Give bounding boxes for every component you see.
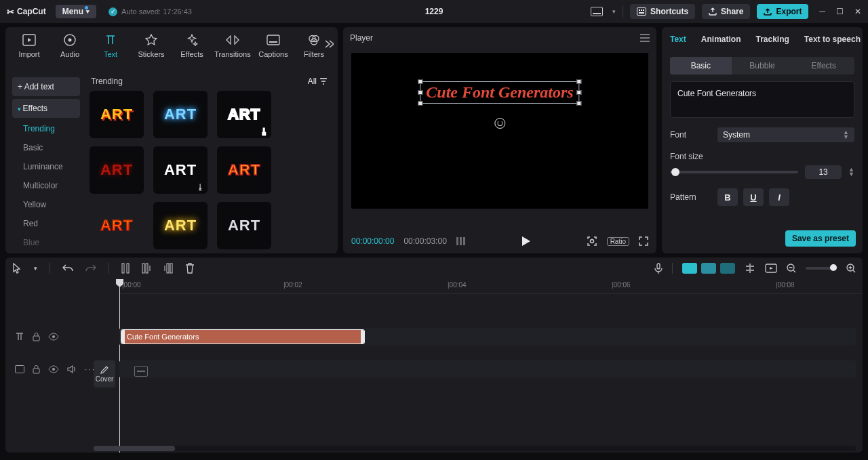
text-effect-thumb[interactable]: ART xyxy=(217,202,271,249)
close-button[interactable]: ✕ xyxy=(854,7,861,16)
lock-icon[interactable] xyxy=(33,365,40,374)
play-button[interactable] xyxy=(521,236,531,247)
cover-button[interactable]: Cover xyxy=(94,360,115,388)
chevron-down-icon[interactable]: ▾ xyxy=(612,8,616,15)
resize-handle[interactable] xyxy=(577,101,582,106)
slider-knob[interactable] xyxy=(830,264,837,271)
layout-icon[interactable] xyxy=(588,4,606,19)
text-effect-thumb[interactable]: ART xyxy=(217,146,271,194)
chevron-down-icon[interactable]: ▾ xyxy=(34,265,37,272)
save-as-preset-button[interactable]: Save as preset xyxy=(785,230,856,247)
track-lane[interactable] xyxy=(119,360,856,378)
subcat-blue[interactable]: Blue xyxy=(12,234,80,251)
microphone-icon[interactable] xyxy=(654,263,663,274)
resize-handle[interactable] xyxy=(418,101,422,106)
tab-stickers[interactable]: Stickers xyxy=(132,33,171,58)
text-effect-thumb[interactable]: ART xyxy=(153,91,208,138)
align-icon[interactable] xyxy=(745,264,755,273)
tab-captions[interactable]: Captions xyxy=(254,33,293,58)
scan-icon[interactable] xyxy=(587,236,597,247)
rotate-handle-icon[interactable] xyxy=(494,118,505,129)
timeline-scrollbar[interactable] xyxy=(94,446,856,451)
text-clip[interactable]: Cute Font Generators xyxy=(121,329,365,344)
share-button[interactable]: Share xyxy=(702,4,750,19)
tab-transitions[interactable]: Transitions xyxy=(213,33,252,58)
tab-animation[interactable]: Animation xyxy=(701,35,741,44)
download-icon[interactable]: ⭳ xyxy=(197,183,205,191)
subcat-basic[interactable]: Basic xyxy=(12,140,80,156)
magnet-medium-button[interactable] xyxy=(701,263,716,274)
zoom-out-icon[interactable] xyxy=(787,264,796,273)
bold-button[interactable]: B xyxy=(717,188,738,206)
text-content-input[interactable]: Cute Font Generators xyxy=(670,81,854,118)
empty-media-placeholder-icon[interactable] xyxy=(134,366,148,377)
project-title[interactable]: 1229 xyxy=(425,7,443,16)
ratio-button[interactable]: Ratio xyxy=(607,237,629,246)
resize-handle[interactable] xyxy=(577,79,582,84)
tab-audio[interactable]: Audio xyxy=(50,33,90,58)
tab-effects[interactable]: Effects xyxy=(172,33,212,58)
subcat-red[interactable]: Red xyxy=(12,215,80,232)
lock-icon[interactable] xyxy=(33,333,40,341)
time-ruler[interactable]: |00:00 |00:02 |00:04 |00:06 |00:08 xyxy=(119,279,863,294)
subcat-yellow[interactable]: Yellow xyxy=(12,196,80,213)
font-size-value[interactable]: 13 xyxy=(805,165,842,179)
player-menu-icon[interactable] xyxy=(640,34,650,42)
font-size-slider[interactable] xyxy=(670,171,798,173)
text-effect-thumb[interactable]: ART⭳ xyxy=(217,91,271,138)
resize-handle[interactable] xyxy=(418,79,422,84)
slider-knob[interactable] xyxy=(671,168,679,176)
tab-text-to-speech[interactable]: Text to speech xyxy=(804,35,861,44)
text-effect-thumb[interactable]: ART xyxy=(90,202,144,249)
eye-icon[interactable] xyxy=(48,333,59,341)
menu-button[interactable]: Menu ▾ xyxy=(56,5,96,18)
mute-icon[interactable] xyxy=(67,365,77,373)
zoom-in-icon[interactable] xyxy=(846,264,856,273)
effects-category[interactable]: Effects xyxy=(12,99,80,118)
download-icon[interactable]: ⭳ xyxy=(260,127,269,135)
magnet-weak-button[interactable] xyxy=(720,263,735,274)
stepper-icon[interactable]: ▲▼ xyxy=(848,167,854,177)
shortcuts-button[interactable]: Shortcuts xyxy=(630,4,695,19)
underline-button[interactable]: U xyxy=(743,188,764,206)
text-effect-thumb[interactable]: ART⭳ xyxy=(153,146,208,194)
add-text-button[interactable]: Add text xyxy=(12,77,80,96)
resize-handle[interactable] xyxy=(577,90,582,95)
undo-button[interactable] xyxy=(62,264,73,273)
filter-all-button[interactable]: All xyxy=(307,76,328,87)
redo-button[interactable] xyxy=(85,264,96,273)
scrollbar-thumb[interactable] xyxy=(94,446,175,451)
fullscreen-icon[interactable] xyxy=(639,236,648,246)
split-right-icon[interactable] xyxy=(163,263,173,274)
tab-text[interactable]: Text xyxy=(91,33,130,58)
text-effect-thumb[interactable]: ART xyxy=(153,202,208,249)
split-icon[interactable] xyxy=(121,263,130,274)
subcat-trending[interactable]: Trending xyxy=(12,121,80,137)
subcat-multicolor[interactable]: Multicolor xyxy=(12,177,80,194)
subtab-effects[interactable]: Effects xyxy=(793,57,854,75)
tab-text-props[interactable]: Text xyxy=(670,35,686,44)
split-left-icon[interactable] xyxy=(142,263,151,274)
tab-import[interactable]: Import xyxy=(9,33,49,58)
text-effect-thumb[interactable]: ART xyxy=(90,146,144,194)
text-effect-thumb[interactable]: ART xyxy=(90,91,144,138)
resize-handle[interactable] xyxy=(418,90,422,95)
magnet-strong-button[interactable] xyxy=(682,263,697,274)
maximize-button[interactable]: ☐ xyxy=(836,7,844,16)
text-overlay[interactable]: Cute Font Generators xyxy=(420,81,579,104)
subcat-luminance[interactable]: Luminance xyxy=(12,159,80,175)
italic-button[interactable]: I xyxy=(769,188,789,206)
selection-tool-icon[interactable] xyxy=(12,263,22,274)
subtab-bubble[interactable]: Bubble xyxy=(732,57,793,75)
minimize-button[interactable]: ─ xyxy=(819,7,825,16)
preview-icon[interactable] xyxy=(765,264,777,273)
eye-icon[interactable] xyxy=(48,365,59,373)
tab-tracking[interactable]: Tracking xyxy=(755,35,789,44)
video-stage[interactable]: Cute Font Generators xyxy=(351,53,648,209)
more-tabs-button[interactable] xyxy=(323,39,334,49)
subtab-basic[interactable]: Basic xyxy=(670,57,732,75)
font-select[interactable]: System ▲▼ xyxy=(717,127,854,142)
delete-button[interactable] xyxy=(185,263,195,274)
columns-icon[interactable] xyxy=(456,237,466,245)
export-button[interactable]: Export xyxy=(757,4,808,19)
